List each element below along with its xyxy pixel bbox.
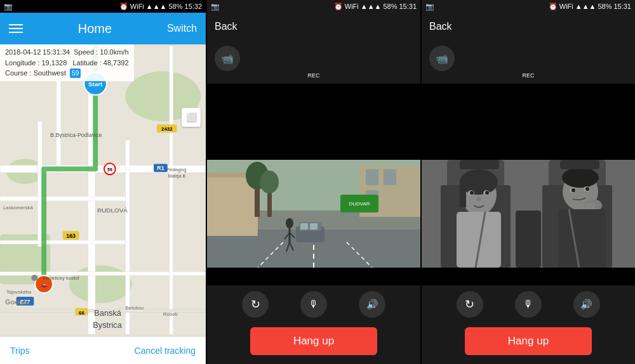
lon-value: 19,1328 xyxy=(42,59,67,67)
svg-rect-55 xyxy=(366,169,378,185)
back-button-1[interactable]: Back xyxy=(215,21,237,32)
svg-rect-78 xyxy=(516,211,541,268)
info-line2: Longitude : 19,1328 Latitude : 48,7392 xyxy=(5,58,129,68)
svg-rect-13 xyxy=(170,46,173,334)
rec-button-1[interactable]: 📹 xyxy=(215,46,240,71)
svg-rect-12 xyxy=(0,271,206,275)
svg-text:RUDLOVÁ: RUDLOVÁ xyxy=(97,207,128,214)
map-layer-button[interactable]: ⬜ xyxy=(182,108,201,127)
svg-text:66: 66 xyxy=(79,310,84,316)
svg-point-4 xyxy=(69,266,132,303)
svg-rect-100 xyxy=(560,160,599,169)
rotate-button-2[interactable]: ↻ xyxy=(457,291,483,318)
svg-text:Start: Start xyxy=(88,81,103,88)
svg-point-86 xyxy=(476,197,481,201)
map-panel: 📷 ⏰ WiFi ▲▲▲ 58% 15:32 Home Switch 2018-… xyxy=(0,0,206,364)
svg-text:R1: R1 xyxy=(157,165,164,171)
menu-button[interactable] xyxy=(9,24,23,33)
camera-icon-3: 📷 xyxy=(425,3,434,11)
camera-icon-2: 📷 xyxy=(211,3,220,11)
rec-area-1: 📹 REC xyxy=(207,41,420,84)
app-title: Home xyxy=(78,22,112,36)
street-scene-svg: DUDVAR xyxy=(207,160,420,268)
rec-area-2: 📹 REC xyxy=(422,41,635,84)
svg-text:Banská: Banská xyxy=(94,308,122,318)
battery-3: 58% xyxy=(598,3,612,10)
svg-rect-11 xyxy=(0,240,126,244)
svg-rect-81 xyxy=(460,182,466,207)
back-button-2[interactable]: Back xyxy=(429,21,452,32)
svg-rect-65 xyxy=(300,223,308,230)
svg-rect-99 xyxy=(460,160,499,169)
hang-up-area-1: Hang up xyxy=(207,323,420,364)
hang-up-button-2[interactable]: Hang up xyxy=(465,327,592,355)
mic-icon-2: 🎙 xyxy=(523,299,533,310)
video-panel-rear: 📷 ⏰ WiFi ▲▲▲ 58% 15:31 Back 📹 REC xyxy=(422,0,635,364)
signal-icon-3: ▲▲▲ xyxy=(575,3,596,10)
bottom-bar: Trips Cancel tracking xyxy=(0,336,206,364)
signal-icon-2: ▲▲▲ xyxy=(361,3,382,10)
bottom-black-area-1 xyxy=(207,268,420,285)
svg-text:Roboti: Roboti xyxy=(163,311,178,317)
svg-text:163: 163 xyxy=(66,233,76,239)
alarm-icon-3: ⏰ xyxy=(549,3,558,11)
status-icons-2: ⏰ WiFi ▲▲▲ 58% 15:31 xyxy=(334,3,417,11)
app-header: Home Switch xyxy=(0,13,206,44)
lat-label: Latitude : xyxy=(72,59,101,67)
rotate-icon-2: ↻ xyxy=(465,297,474,311)
rotate-button-1[interactable]: ↻ xyxy=(242,291,269,318)
svg-rect-66 xyxy=(310,223,318,230)
switch-button[interactable]: Switch xyxy=(167,23,197,34)
time-2: 15:31 xyxy=(399,3,417,10)
svg-point-84 xyxy=(470,191,474,195)
status-bar-video2: 📷 ⏰ WiFi ▲▲▲ 58% 15:31 xyxy=(422,0,635,13)
bottom-black-area-2 xyxy=(422,268,635,285)
svg-text:Mateja B: Mateja B xyxy=(168,174,186,179)
svg-point-53 xyxy=(260,171,279,193)
google-logo: Google xyxy=(5,298,29,306)
mic-button-1[interactable]: 🎙 xyxy=(300,291,327,318)
svg-rect-97 xyxy=(558,209,606,268)
volume-icon-1: 🔊 xyxy=(366,299,378,310)
mic-icon-1: 🎙 xyxy=(309,299,319,310)
svg-text:B.Bystrica-Podlavice: B.Bystrica-Podlavice xyxy=(50,132,102,138)
status-icons-3: ⏰ WiFi ▲▲▲ 58% 15:31 xyxy=(549,3,631,11)
svg-text:2432: 2432 xyxy=(161,126,173,132)
svg-text:Laskomerská: Laskomerská xyxy=(3,205,34,211)
svg-point-85 xyxy=(485,191,489,195)
interior-scene-svg xyxy=(422,160,635,268)
top-black-area-1 xyxy=(207,84,420,160)
info-line3: Course : Southwest 59 xyxy=(5,68,129,79)
svg-text:59: 59 xyxy=(107,167,112,172)
video-top-bar-1: Back xyxy=(207,13,420,41)
volume-icon-2: 🔊 xyxy=(580,299,592,310)
svg-point-39 xyxy=(31,275,37,281)
top-black-area-2 xyxy=(422,84,635,160)
svg-rect-7 xyxy=(0,197,126,201)
svg-text:Pedagog: Pedagog xyxy=(166,167,187,172)
alarm-icon: ⏰ xyxy=(119,3,128,11)
map-area[interactable]: Start 🚗 E77 163 66 R1 58 2432 B xyxy=(0,44,206,336)
map-svg: Start 🚗 E77 163 66 R1 58 2432 B xyxy=(0,44,206,336)
alarm-icon-2: ⏰ xyxy=(334,3,343,11)
rec-icon-2: 📹 xyxy=(436,53,448,65)
rec-button-2[interactable]: 📹 xyxy=(429,46,455,71)
trips-button[interactable]: Trips xyxy=(10,346,30,356)
svg-text:DUDVAR: DUDVAR xyxy=(349,201,370,207)
hang-up-button-1[interactable]: Hang up xyxy=(250,327,377,355)
speed-value: 10.0km/h xyxy=(100,48,128,56)
svg-text:eanjelický kostol: eanjelický kostol xyxy=(43,275,79,281)
course-label: Course : xyxy=(5,69,32,77)
svg-rect-56 xyxy=(384,169,396,185)
lon-label: Longitude : xyxy=(5,59,39,67)
info-bar: 2018-04-12 15:31:34 Speed : 10.0km/h Lon… xyxy=(0,44,134,81)
info-line1: 2018-04-12 15:31:34 Speed : 10.0km/h xyxy=(5,47,129,58)
rotate-icon-1: ↻ xyxy=(251,297,260,311)
mic-button-2[interactable]: 🎙 xyxy=(515,291,542,318)
battery-2: 58% xyxy=(383,3,397,10)
controls-1: ↻ 🎙 🔊 xyxy=(207,285,420,323)
cancel-tracking-button[interactable]: Cancel tracking xyxy=(135,346,196,356)
svg-text:Belušou: Belušou xyxy=(126,305,144,311)
volume-button-1[interactable]: 🔊 xyxy=(359,291,385,318)
volume-button-2[interactable]: 🔊 xyxy=(573,291,600,318)
